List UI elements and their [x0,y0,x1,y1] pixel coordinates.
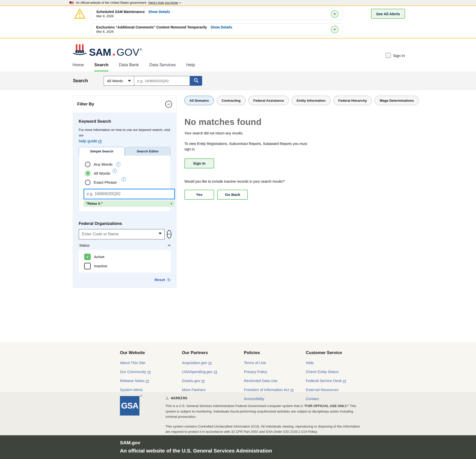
reset-icon[interactable]: ↻ [167,277,171,283]
search-mode-value: All Words [107,79,123,83]
no-matches-headline: No matches found [184,117,419,127]
radio-row-all-words: All Words i [85,171,165,176]
tab-wage-determinations[interactable]: Wage Determinations [375,96,419,105]
radio-row-exact-phrase: Exact Phrase i [85,180,165,185]
inactive-checkbox[interactable] [84,263,91,269]
organization-input[interactable] [79,229,165,239]
how-you-know-link[interactable]: Here's how you know [148,1,181,4]
filter-header: Filter By [73,95,176,112]
footer-link-our-community[interactable]: Our Community [120,370,182,374]
footer-link-about-this-site[interactable]: About This Site [120,361,182,365]
external-link-icon [98,140,101,143]
filter-body: Keyword Search For more information on h… [73,112,176,288]
svg-text:★: ★ [81,51,83,53]
footer-link-more-partners[interactable]: More Partners [182,388,244,392]
tab-simple-search[interactable]: Simple Search [79,147,125,156]
tab-entity-information[interactable]: Entity Information [292,96,331,105]
nav-item-search[interactable]: Search [94,62,108,71]
alert-date: Mar 9, 2026 [96,14,328,18]
sign-in-icon: ← [386,53,391,58]
footer-link-acquisition-gov[interactable]: Acquisition.gov [182,361,244,365]
tab-all-domains[interactable]: All Domains [184,96,214,105]
footer-link-check-entity-status[interactable]: Check Entity Status [306,370,368,374]
sam-gov-logo[interactable]: ★ ★ ★ SAM ★ GOV ® [72,44,476,57]
nav-item-home[interactable]: Home [72,62,84,71]
tab-search-editor[interactable]: Search Editor [125,147,171,156]
yes-button[interactable]: Yes [184,190,214,200]
search-icon [193,78,199,84]
footer-heading: Customer Service [306,350,368,355]
help-guide-link[interactable]: help guide [79,139,101,143]
filter-panel: Filter By Keyword Search For more inform… [73,95,176,288]
active-checkbox[interactable]: ✓ [84,254,91,260]
footer-link-external-resources[interactable]: External Resources [306,388,368,392]
sign-in-link[interactable]: ← Sign In [386,53,405,58]
sign-in-button[interactable]: Sign In [184,158,214,168]
tab-federal-hierarchy[interactable]: Federal Hierarchy [333,96,372,105]
inactive-records-question: Would you like to include inactive recor… [184,179,419,183]
exact-phrase-radio[interactable] [85,180,90,185]
footer-link-foia[interactable]: Freedom of Information Act [244,388,306,392]
bottom-footer: SAM.gov An official website of the U.S. … [0,435,476,459]
footer-link-federal-service-desk[interactable]: Federal Service Desk [306,379,368,383]
keyword-chip-label: "Rebaz A." [86,202,103,205]
domain-tabs: All Domains Contracting Federal Assistan… [184,96,419,105]
nav-item-data-services[interactable]: Data Services [149,62,176,71]
close-icon[interactable]: × [331,10,339,18]
footer-link-restricted-data-use[interactable]: Restricted Data Use [244,379,306,383]
external-link-icon [291,388,294,391]
global-search-input[interactable] [134,76,190,86]
show-details-link[interactable]: Show Details [148,10,170,14]
keyword-tabs: Simple Search Search Editor [79,147,171,156]
info-icon[interactable]: i [121,177,126,182]
tab-contracting[interactable]: Contracting [217,96,246,105]
info-icon[interactable]: i [116,162,120,167]
info-icon[interactable]: i [112,169,117,173]
gsa-logo: GSA ® [120,396,139,435]
nav-item-data-bank[interactable]: Data Bank [119,62,139,71]
nav-item-help[interactable]: Help [186,62,195,71]
federal-organizations-heading: Federal Organizations [79,221,171,226]
footer-heading: Policies [244,350,306,355]
footer-link-release-notes[interactable]: Release Notes [120,379,182,383]
sam-gov-page: An official website of the United States… [0,0,476,459]
dropdown-arrow-icon[interactable] [159,233,162,234]
footer-link-terms-of-use[interactable]: Terms of Use [244,361,306,365]
footer-links: Our Website About This Site Our Communit… [0,342,476,392]
simple-search-tab-content: Any Words i All Words i Exact Phrase i [79,156,171,212]
warning-icon: ⚠ [165,396,169,401]
close-icon[interactable]: × [331,25,339,33]
show-details-link[interactable]: Show Details [210,25,232,29]
logo-registered-mark: ® [140,48,142,51]
logo-star-icon: ★ [112,52,116,57]
dropdown-arrow-icon [128,80,131,82]
keyword-search-heading: Keyword Search [79,119,171,124]
go-back-button[interactable]: Go Back [217,190,248,200]
gov-banner: An official website of the United States… [0,0,476,6]
keyword-input[interactable] [83,189,175,199]
search-submit-button[interactable] [190,76,202,86]
reset-link[interactable]: Reset [155,278,165,282]
see-all-alerts-button[interactable]: See All Alerts [371,9,405,19]
warning-text-block: ⚠ WARNING This is a U.S. General Service… [165,396,363,435]
footer-link-system-alerts[interactable]: System Alerts [120,388,182,392]
all-words-radio[interactable] [85,171,90,176]
footer-link-privacy-policy[interactable]: Privacy Policy [244,370,306,374]
external-link-icon [214,370,217,373]
federal-organizations-row: ••• [79,229,171,239]
alert-maintenance: Scheduled SAM Maintenance Show Details M… [91,8,343,20]
footer-link-help[interactable]: Help [306,361,368,365]
chevron-down-icon [179,1,181,3]
search-mode-select[interactable]: All Words [104,76,134,86]
external-link-icon [148,370,151,373]
chevron-up-icon[interactable] [168,244,170,247]
chip-remove-icon[interactable]: × [170,202,172,206]
any-words-radio[interactable] [85,162,90,167]
tab-federal-assistance[interactable]: Federal Assistance [248,96,289,105]
collapse-filters-button[interactable] [165,101,172,108]
svg-text:★: ★ [77,51,78,53]
ellipsis-icon[interactable]: ••• [167,230,171,238]
sign-in-label: Sign In [393,53,405,58]
footer-link-usaspending-gov[interactable]: USASpending.gov [182,370,244,374]
footer-link-grants-gov[interactable]: Grants.gov [182,379,244,383]
